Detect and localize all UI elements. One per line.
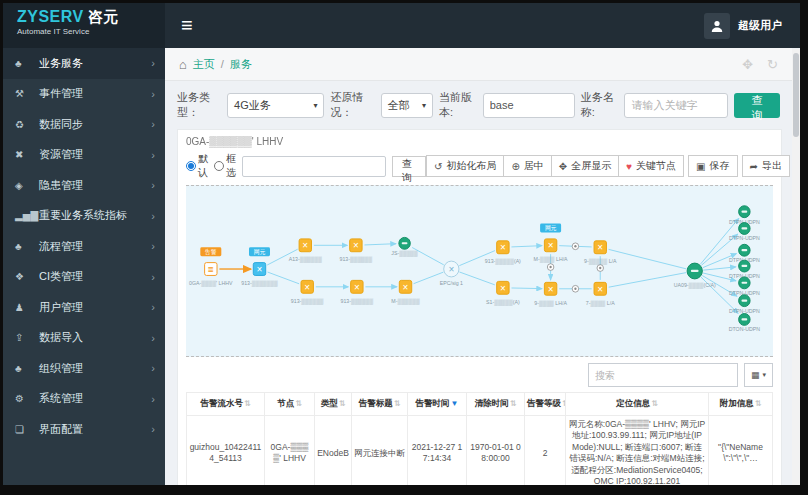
sort-icon[interactable]: ⇅ bbox=[562, 399, 566, 408]
sidebar-item-5[interactable]: ◈隐患管理› bbox=[3, 170, 165, 201]
table-search-input[interactable] bbox=[588, 363, 738, 387]
service-type-select[interactable]: 4G业务 ▾ bbox=[227, 93, 324, 118]
topbar-user-area[interactable]: 超级用户 bbox=[704, 3, 800, 48]
menu-icon: ✖ bbox=[15, 149, 39, 160]
column-chooser-button[interactable]: ▦ ▾ bbox=[744, 363, 773, 387]
column-header-1[interactable]: 告警流水号⇅ bbox=[187, 393, 265, 416]
svg-text:✕: ✕ bbox=[353, 241, 359, 250]
button-icon: ➦ bbox=[750, 161, 758, 172]
service-type-value: 4G业务 bbox=[234, 98, 271, 113]
menu-icon: ▂▅▇ bbox=[15, 210, 39, 221]
sidebar-item-8[interactable]: ❖CI类管理› bbox=[3, 262, 165, 293]
topo-node-tr[interactable]: ✕9-▒▒▒▒▒ L/A bbox=[584, 241, 617, 265]
sidebar-item-9[interactable]: ♟用户管理› bbox=[3, 292, 165, 323]
sidebar-item-13[interactable]: ❏界面配置› bbox=[3, 414, 165, 445]
column-header-6[interactable]: 清除时间⇅ bbox=[467, 393, 525, 416]
radio-default-input[interactable] bbox=[186, 161, 196, 171]
column-header-2[interactable]: 节点⇅ bbox=[265, 393, 315, 416]
sidebar-item-12[interactable]: ⚙系统管理› bbox=[3, 384, 165, 415]
svg-text:✕: ✕ bbox=[402, 283, 408, 292]
sidebar-item-10[interactable]: ⇪数据导入› bbox=[3, 323, 165, 354]
radio-default[interactable]: 默认 bbox=[186, 152, 208, 180]
sort-icon[interactable]: ⇅ bbox=[244, 399, 251, 408]
topo-node-l3[interactable]: ✕M-▒▒▒▒▒▒ bbox=[391, 280, 420, 304]
node-label: M-▒▒▒▒ LH/A bbox=[534, 256, 568, 263]
topo-node-f2[interactable]: DTPN-UDPN bbox=[729, 223, 760, 242]
topology-search-input[interactable] bbox=[242, 156, 386, 177]
breadcrumb-home-link[interactable]: 主页 bbox=[193, 57, 215, 72]
topo-node-u2[interactable]: ✕913-▒▒▒▒▒▒ bbox=[340, 239, 373, 263]
sidebar-item-3[interactable]: ♻数据同步› bbox=[3, 109, 165, 140]
sort-icon[interactable]: ⇅ bbox=[339, 399, 346, 408]
topo-node-bl[interactable]: ✕S1-▒▒▒▒▒(A) bbox=[486, 281, 520, 305]
topo-node-l2[interactable]: ✕913-▒▒▒▒▒▒ bbox=[340, 280, 373, 304]
topo-node-u3[interactable]: JS-▒▒▒▒▒ bbox=[391, 237, 418, 257]
sidebar-item-6[interactable]: ▂▅▇重要业务系统指标› bbox=[3, 201, 165, 232]
sort-icon[interactable]: ▼ bbox=[451, 399, 459, 408]
topo-node-l1[interactable]: ✕913-▒▒▒▒▒▒ bbox=[291, 280, 324, 304]
service-type-label: 业务类型： bbox=[177, 90, 221, 120]
radio-boxselect-input[interactable] bbox=[214, 161, 224, 171]
service-name-input[interactable] bbox=[624, 93, 728, 118]
sort-icon[interactable]: ⇅ bbox=[755, 399, 762, 408]
sidebar-item-2[interactable]: ⚒事件管理› bbox=[3, 79, 165, 110]
alarm-table: 告警流水号⇅节点⇅类型⇅告警标题⇅告警时间▼清除时间⇅告警等级⇅定位信息⇅附加信… bbox=[186, 392, 773, 485]
sidebar-toggle-icon[interactable]: ≡ bbox=[165, 4, 209, 47]
sidebar-item-label: 事件管理 bbox=[39, 86, 83, 101]
node-label: 7-▒▒▒▒ L/A bbox=[586, 300, 615, 307]
column-header-9[interactable]: 附加信息⇅ bbox=[709, 393, 773, 416]
topology-panel: 0GA-▒▒▒▒▒▒' LHHV 默认 框选 查询 ↺初始化布局⊕居中✥全屏显示… bbox=[177, 129, 782, 485]
sidebar-item-11[interactable]: ♣组织管理› bbox=[3, 353, 165, 384]
window-frame: ZYSERV咨元 Automate IT Service ≡ 超级用户 ♣业务服… bbox=[0, 0, 808, 495]
radio-boxselect[interactable]: 框选 bbox=[214, 152, 236, 180]
node-label: M-▒▒▒▒▒▒ bbox=[391, 298, 420, 305]
topo-button-1[interactable]: ↺初始化布局 bbox=[426, 155, 504, 177]
user-name[interactable]: 超级用户 bbox=[738, 18, 782, 33]
topology-canvas[interactable]: ≣告警0GA-▒▒▒▒' LHHV✕网元913-▒▒▒▒▒▒▒✕A13-▒▒▒▒… bbox=[186, 185, 773, 357]
user-avatar-icon[interactable] bbox=[704, 13, 730, 39]
column-header-8[interactable]: 定位信息⇅ bbox=[566, 393, 709, 416]
column-header-4[interactable]: 告警标题⇅ bbox=[352, 393, 408, 416]
topo-node-f5[interactable]: DTPN-UDPN bbox=[729, 277, 760, 296]
cell: 网元名称:0GA-▒▒▒▒' LHHV; 网元IP地址:100.93.99.11… bbox=[566, 416, 709, 486]
topo-node-s2[interactable]: ✕网元913-▒▒▒▒▒▒▒ bbox=[241, 247, 278, 287]
topo-button-3[interactable]: ✥全屏显示 bbox=[552, 155, 619, 177]
version-input[interactable] bbox=[483, 93, 575, 118]
sidebar-item-7[interactable]: ♣流程管理› bbox=[3, 231, 165, 262]
chevron-right-icon: › bbox=[151, 88, 155, 100]
menu-icon: ♻ bbox=[15, 119, 39, 130]
table-row-1[interactable]: guizhou_104224114_541130GA-▒▒▒▒' LHHVENo… bbox=[187, 416, 773, 486]
cell: 2021-12-27 17:14:34 bbox=[408, 416, 467, 486]
restore-status-select[interactable]: 全部 ▾ bbox=[381, 93, 433, 118]
breadcrumb-current-link[interactable]: 服务 bbox=[230, 57, 252, 72]
topo-button-4[interactable]: ♥关键节点 bbox=[619, 155, 684, 177]
sidebar-item-1[interactable]: ♣业务服务› bbox=[3, 48, 165, 79]
topo-node-bm[interactable]: ✕9-▒▒▒▒ LH/A bbox=[534, 282, 567, 306]
sidebar-item-4[interactable]: ✖资源管理› bbox=[3, 140, 165, 171]
sort-icon[interactable]: ⇅ bbox=[651, 399, 658, 408]
scrollbar-thumb[interactable] bbox=[793, 53, 799, 137]
topo-node-f7[interactable]: DTON-UDPN bbox=[729, 314, 760, 333]
column-header-5[interactable]: 告警时间▼ bbox=[408, 393, 467, 416]
topo-button-5[interactable]: ▣保存 bbox=[688, 155, 737, 177]
sort-icon[interactable]: ⇅ bbox=[295, 399, 302, 408]
topology-find-button[interactable]: 查询 bbox=[392, 156, 426, 177]
collapse-panel-icon[interactable]: ✥ bbox=[742, 57, 753, 72]
sort-icon[interactable]: ⇅ bbox=[510, 399, 517, 408]
topo-node-f1[interactable]: DTPN-UDPN bbox=[729, 206, 760, 225]
topology-graph[interactable]: ≣告警0GA-▒▒▒▒' LHHV✕网元913-▒▒▒▒▒▒▒✕A13-▒▒▒▒… bbox=[186, 186, 773, 356]
restore-status-value: 全部 bbox=[388, 98, 410, 113]
refresh-panel-icon[interactable]: ↻ bbox=[767, 57, 778, 72]
topo-button-2[interactable]: ⊕居中 bbox=[504, 155, 551, 177]
topo-edge bbox=[459, 272, 494, 285]
topo-node-tm[interactable]: ✕网元M-▒▒▒▒ LH/A bbox=[534, 224, 568, 264]
topo-node-f6[interactable]: DTPN-UDPN bbox=[729, 295, 760, 314]
query-button[interactable]: 查询 bbox=[734, 93, 780, 118]
topo-node-br[interactable]: ✕7-▒▒▒▒ L/A bbox=[586, 282, 615, 306]
topo-node-s1[interactable]: ≣告警0GA-▒▒▒▒' LHHV bbox=[189, 247, 233, 287]
vertical-scrollbar[interactable] bbox=[792, 49, 800, 485]
topo-button-6[interactable]: ➦导出 bbox=[742, 155, 790, 177]
sort-icon[interactable]: ⇅ bbox=[394, 399, 401, 408]
column-header-7[interactable]: 告警等级⇅ bbox=[525, 393, 566, 416]
column-header-3[interactable]: 类型⇅ bbox=[315, 393, 352, 416]
